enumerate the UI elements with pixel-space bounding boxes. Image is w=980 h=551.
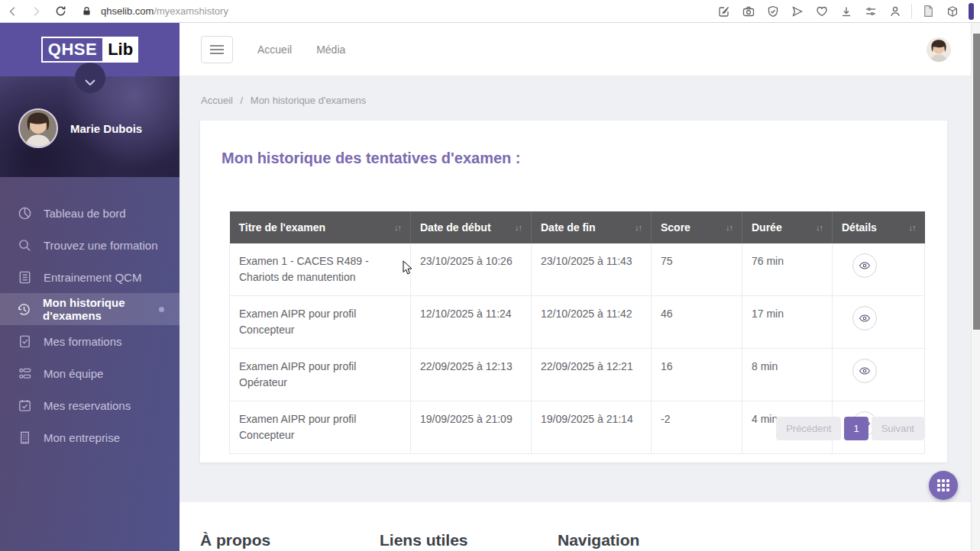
page-title: Mon historique des tentatives d'examen :: [222, 150, 521, 167]
breadcrumb-home[interactable]: Accueil: [201, 95, 233, 106]
pagination-next-button[interactable]: Suivant: [872, 417, 924, 440]
calendar-check-icon: [17, 398, 32, 413]
sliders-icon[interactable]: [862, 3, 879, 20]
history-icon: [17, 301, 31, 317]
url-bar[interactable]: qhselib.com/myexamshistory: [101, 5, 228, 17]
grid-apps-icon: [936, 478, 950, 492]
topbar: Accueil Média: [180, 23, 971, 76]
cell-score: -2: [652, 401, 742, 454]
shield-check-icon[interactable]: [765, 3, 781, 20]
sidebar-item-trouvez-une-formation[interactable]: Trouvez une formation: [0, 229, 180, 261]
building-icon: [17, 430, 32, 445]
download-icon[interactable]: [838, 3, 855, 20]
pie-chart-icon: [17, 205, 32, 221]
user-avatar[interactable]: [18, 108, 58, 148]
column-header-date-fin[interactable]: Date de fin↓↑: [532, 211, 652, 243]
topbar-avatar[interactable]: [927, 37, 951, 62]
sidebar-item-label: Mes formations: [44, 335, 122, 348]
sidebar-item-tableau-de-bord[interactable]: Tableau de bord: [0, 197, 180, 229]
view-details-button[interactable]: [852, 253, 877, 278]
extension-pill[interactable]: [969, 3, 974, 20]
cell-score: 46: [652, 296, 742, 349]
sort-icon[interactable]: ↓↑: [816, 223, 823, 232]
pagination-previous-button[interactable]: Précédent: [776, 417, 841, 440]
cell-duration: 17 min: [742, 296, 833, 349]
document-icon[interactable]: [920, 3, 936, 20]
topbar-link-accueil[interactable]: Accueil: [257, 44, 292, 56]
cell-duration: 76 min: [742, 243, 833, 296]
cell-start-date: 23/10/2025 à 10:26: [411, 243, 532, 296]
column-header-score[interactable]: Score↓↑: [652, 211, 742, 243]
scrollbar-thumb[interactable]: [973, 34, 980, 330]
toolbar-separator: [911, 4, 912, 19]
cell-details: [833, 349, 925, 401]
sidebar-item-mes-formations[interactable]: Mes formations: [0, 325, 180, 357]
search-icon: [17, 237, 32, 253]
hamburger-menu-button[interactable]: [201, 36, 233, 63]
sort-icon[interactable]: ↓↑: [515, 223, 522, 232]
send-icon[interactable]: [789, 3, 806, 20]
sidebar-item-mon-historique-d-examens[interactable]: Mon historique d'examens: [0, 293, 180, 325]
cell-end-date: 23/10/2025 à 11:43: [532, 243, 652, 296]
document-check-icon: [17, 334, 32, 349]
heart-icon[interactable]: [813, 3, 830, 20]
eye-icon: [859, 259, 871, 272]
logo-part-qhse: QHSE: [41, 37, 102, 63]
active-indicator-dot: [159, 307, 164, 312]
cell-end-date: 12/10/2025 à 11:42: [532, 296, 652, 349]
sort-icon[interactable]: ↓↑: [909, 223, 916, 232]
cube-icon[interactable]: [944, 3, 961, 20]
table-row: Examen AIPR pour profil Opérateur 22/09/…: [230, 349, 925, 401]
sidebar-item-mon-equipe[interactable]: Mon équipe: [0, 357, 180, 389]
edit-icon[interactable]: [716, 3, 733, 20]
pagination-page-1-button[interactable]: 1: [844, 417, 868, 440]
hamburger-icon: [210, 45, 224, 54]
view-details-button[interactable]: [852, 306, 877, 330]
column-header-details[interactable]: Détails↓↑: [833, 211, 925, 243]
view-details-button[interactable]: [852, 359, 877, 383]
sidebar-item-entrainement-qcm[interactable]: Entrainement QCM: [0, 261, 180, 293]
breadcrumb: Accueil / Mon historique d'examens: [201, 95, 366, 106]
cell-start-date: 22/09/2025 à 12:13: [411, 349, 532, 401]
cell-score: 16: [652, 349, 742, 401]
url-domain: qhselib.com: [101, 5, 154, 17]
sort-icon[interactable]: ↓↑: [394, 223, 401, 232]
cell-exam-title: Examen AIPR pour profil Concepteur: [230, 401, 411, 454]
sidebar-item-label: Mes reservations: [44, 399, 131, 412]
sidebar-collapse-button[interactable]: [75, 63, 105, 93]
cell-exam-title: Examen AIPR pour profil Concepteur: [230, 296, 411, 349]
column-header-duree[interactable]: Durée↓↑: [742, 211, 833, 243]
column-header-date-debut[interactable]: Date de début↓↑: [411, 211, 532, 243]
sort-icon[interactable]: ↓↑: [726, 223, 733, 232]
column-header-titre[interactable]: Titre de l'examen↓↑: [230, 211, 411, 243]
logo-part-lib: Lib: [102, 37, 138, 63]
main-area: Accueil Média Accueil / Mon historique d…: [180, 23, 971, 551]
breadcrumb-current: Mon historique d'examens: [251, 95, 366, 106]
url-path: /myexamshistory: [154, 5, 228, 17]
user-name: Marie Dubois: [70, 122, 142, 135]
browser-toolbar: qhselib.com/myexamshistory: [0, 0, 980, 23]
sidebar-item-label: Entrainement QCM: [44, 271, 141, 284]
person-icon[interactable]: [887, 3, 904, 20]
cell-details: [833, 243, 925, 296]
sidebar-item-label: Trouvez une formation: [44, 239, 158, 252]
apps-fab-button[interactable]: [929, 471, 958, 500]
back-icon[interactable]: [5, 3, 21, 20]
sidebar-item-mon-entreprise[interactable]: Mon entreprise: [0, 421, 180, 453]
forward-icon[interactable]: [27, 3, 44, 20]
footer-heading-navigation: Navigation: [558, 531, 639, 549]
topbar-link-media[interactable]: Média: [316, 44, 345, 56]
cell-end-date: 19/09/2025 à 21:14: [532, 401, 652, 454]
sidebar-item-mes-reservations[interactable]: Mes reservations: [0, 389, 180, 421]
reload-icon[interactable]: [52, 3, 69, 20]
sort-icon[interactable]: ↓↑: [635, 223, 642, 232]
sidebar-item-label: Mon entreprise: [44, 431, 120, 444]
pagination: Précédent 1 Suivant: [776, 417, 924, 440]
camera-icon[interactable]: [740, 3, 757, 20]
screen: qhselib.com/myexamshistory: [0, 0, 980, 551]
cell-start-date: 19/09/2025 à 21:09: [411, 401, 532, 454]
cell-end-date: 22/09/2025 à 12:21: [532, 349, 652, 401]
chevron-down-icon: [85, 75, 95, 89]
eye-icon: [859, 312, 871, 324]
sidebar-item-label: Mon équipe: [44, 367, 103, 380]
